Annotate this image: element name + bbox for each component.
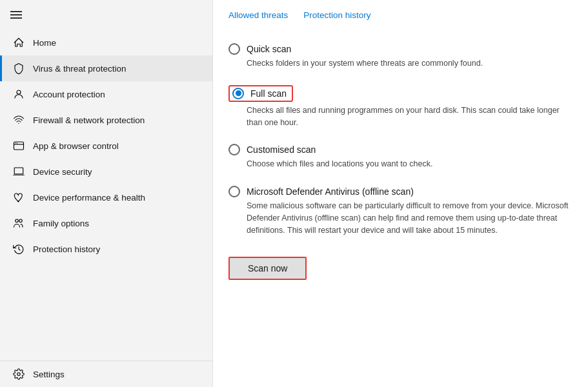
shield-icon — [12, 62, 25, 75]
allowed-threats-link[interactable]: Allowed threats — [228, 10, 288, 20]
quick-scan-label: Quick scan — [247, 44, 291, 54]
custom-scan-radio[interactable] — [228, 144, 240, 155]
sidebar-item-account[interactable]: Account protection — [0, 81, 212, 107]
offline-scan-option: Microsoft Defender Antivirus (offline sc… — [228, 178, 573, 244]
sidebar-item-protection-history[interactable]: Protection history — [0, 236, 212, 262]
sidebar-label-device-security: Device security — [33, 167, 92, 177]
sidebar-item-home[interactable]: Home — [0, 30, 212, 55]
quick-scan-radio[interactable] — [228, 43, 240, 55]
scan-now-wrapper: Scan now — [228, 257, 573, 280]
main-content: Allowed threats Protection history Quick… — [213, 0, 588, 387]
sidebar-label-account: Account protection — [33, 90, 105, 99]
full-scan-selected-box[interactable]: Full scan — [228, 85, 293, 102]
history-icon — [12, 243, 25, 255]
sidebar-label-virus: Virus & threat protection — [33, 64, 127, 74]
scan-now-button[interactable]: Scan now — [228, 257, 307, 280]
full-scan-radio-inner — [236, 90, 241, 96]
offline-scan-header[interactable]: Microsoft Defender Antivirus (offline sc… — [228, 186, 573, 197]
quick-scan-desc: Checks folders in your system where thre… — [247, 57, 573, 70]
sidebar-item-app-browser[interactable]: App & browser control — [0, 133, 212, 159]
sidebar-label-history: Protection history — [33, 244, 100, 254]
full-scan-radio[interactable] — [232, 88, 244, 99]
full-scan-header[interactable]: Full scan — [228, 85, 573, 102]
custom-scan-header[interactable]: Customised scan — [228, 144, 573, 155]
full-scan-desc: Checks all files and running programmes … — [247, 104, 573, 129]
sidebar-item-device-health[interactable]: Device performance & health — [0, 184, 212, 210]
custom-scan-label: Customised scan — [247, 144, 316, 155]
svg-point-4 — [15, 143, 16, 144]
gear-icon — [12, 368, 25, 381]
sidebar-label-firewall: Firewall & network protection — [33, 115, 145, 125]
full-scan-option: Full scan Checks all files and running p… — [228, 77, 573, 137]
svg-point-7 — [15, 219, 19, 223]
wifi-icon — [12, 114, 25, 126]
home-icon — [12, 36, 25, 49]
family-icon — [12, 217, 25, 230]
person-icon — [12, 88, 25, 101]
hamburger-button[interactable] — [0, 0, 212, 30]
heart-icon — [12, 191, 25, 204]
sidebar-item-settings[interactable]: Settings — [0, 361, 212, 387]
sidebar-label-device-health: Device performance & health — [33, 193, 145, 203]
sidebar-item-virus[interactable]: Virus & threat protection — [0, 55, 212, 81]
sidebar-bottom: Settings — [0, 361, 212, 387]
svg-point-5 — [17, 143, 18, 144]
sidebar-item-firewall[interactable]: Firewall & network protection — [0, 107, 212, 133]
offline-scan-label: Microsoft Defender Antivirus (offline sc… — [247, 186, 414, 197]
protection-history-link[interactable]: Protection history — [303, 10, 370, 20]
sidebar-item-family[interactable]: Family options — [0, 210, 212, 236]
svg-point-1 — [18, 123, 19, 124]
laptop-icon — [12, 165, 25, 178]
browser-icon — [12, 139, 25, 152]
sidebar: Home Virus & threat protection Account p… — [0, 0, 213, 387]
offline-scan-desc: Some malicious software can be particula… — [247, 200, 573, 236]
svg-rect-6 — [14, 168, 23, 174]
custom-scan-desc: Choose which files and locations you wan… — [247, 158, 573, 170]
sidebar-label-home: Home — [33, 38, 56, 48]
settings-label: Settings — [33, 370, 65, 379]
svg-point-0 — [17, 90, 21, 94]
svg-point-9 — [17, 373, 21, 376]
quick-scan-option: Quick scan Checks folders in your system… — [228, 35, 573, 77]
custom-scan-option: Customised scan Choose which files and l… — [228, 136, 573, 178]
sidebar-item-device-security[interactable]: Device security — [0, 159, 212, 184]
offline-scan-radio[interactable] — [228, 186, 240, 197]
links-row: Allowed threats Protection history — [228, 0, 573, 35]
svg-point-8 — [19, 219, 23, 223]
scan-options: Quick scan Checks folders in your system… — [228, 35, 573, 244]
full-scan-label: Full scan — [250, 88, 287, 99]
sidebar-label-app-browser: App & browser control — [33, 141, 119, 151]
quick-scan-header[interactable]: Quick scan — [228, 43, 573, 55]
sidebar-label-family: Family options — [33, 219, 89, 228]
